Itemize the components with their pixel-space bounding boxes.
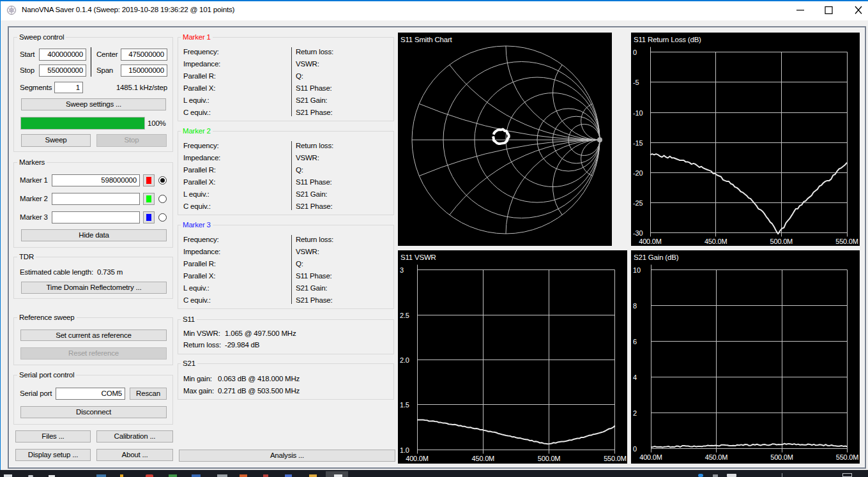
svg-text:6: 6 <box>633 338 637 345</box>
svg-text:450.0M: 450.0M <box>472 455 495 462</box>
svg-text:-20: -20 <box>633 169 643 177</box>
svg-text:500.0M: 500.0M <box>770 453 793 461</box>
svg-text:550.0M: 550.0M <box>604 455 627 462</box>
svg-text:500.0M: 500.0M <box>538 455 561 462</box>
svg-text:0: 0 <box>633 49 637 56</box>
svg-text:550.0M: 550.0M <box>836 453 859 461</box>
svg-text:-5: -5 <box>633 79 639 86</box>
svg-text:2: 2 <box>633 409 637 417</box>
svg-text:400.0M: 400.0M <box>639 238 662 245</box>
svg-text:450.0M: 450.0M <box>704 238 727 245</box>
svg-text:2.0: 2.0 <box>400 356 409 364</box>
svg-text:-30: -30 <box>633 229 643 237</box>
svg-text:550.0M: 550.0M <box>835 238 858 245</box>
svg-text:3: 3 <box>400 266 404 274</box>
svg-text:S11 Return Loss (dB): S11 Return Loss (dB) <box>634 36 701 43</box>
svg-text:-10: -10 <box>633 109 643 117</box>
svg-text:10: 10 <box>633 266 641 274</box>
svg-text:2.5: 2.5 <box>400 312 409 319</box>
svg-text:450.0M: 450.0M <box>705 453 728 461</box>
svg-text:S11 VSWR: S11 VSWR <box>400 254 436 261</box>
svg-text:-25: -25 <box>633 199 643 207</box>
svg-text:-15: -15 <box>633 139 643 147</box>
svg-text:0: 0 <box>633 445 637 453</box>
svg-text:S21 Gain (dB): S21 Gain (dB) <box>634 254 679 261</box>
svg-text:400.0M: 400.0M <box>639 453 662 461</box>
svg-text:400.0M: 400.0M <box>406 455 429 462</box>
svg-text:8: 8 <box>633 302 637 310</box>
svg-text:4: 4 <box>633 374 637 381</box>
svg-text:S11 Smith Chart: S11 Smith Chart <box>400 36 453 43</box>
svg-text:1.0: 1.0 <box>400 446 409 454</box>
svg-text:500.0M: 500.0M <box>770 238 793 245</box>
svg-text:1.5: 1.5 <box>400 401 409 409</box>
